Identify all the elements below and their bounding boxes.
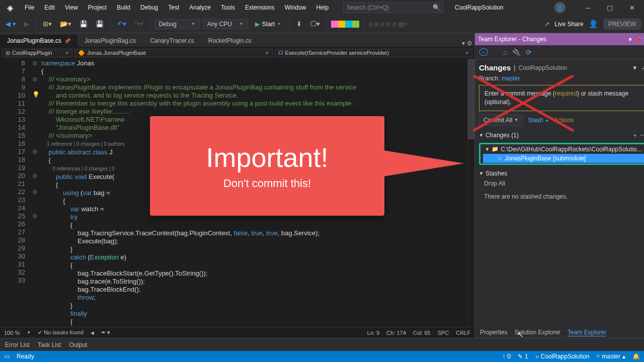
te-connect-icon[interactable]: 🔌 [512,48,521,56]
te-fwd-icon[interactable]: → [493,49,498,55]
status-branch[interactable]: ⑂ master ▴ [596,353,625,360]
lightbulb-icon[interactable]: 💡 [32,91,40,98]
tab-solution-icon[interactable]: ⚙ [467,40,472,47]
tab-dropdown-icon[interactable]: ▾ [462,40,465,47]
line-ending[interactable]: CRLF [456,330,470,336]
menu-analyze[interactable]: Analyze [185,2,215,13]
step-button[interactable]: ⬇ [294,19,304,29]
live-share-button[interactable]: Live Share [554,21,583,28]
line-number-gutter: 6789101112131415161718192021222324252627… [0,59,30,327]
user-avatar[interactable]: 👤 [554,2,566,13]
branch-line: Branch: master [479,75,644,82]
commit-message-input[interactable]: Enter a commit message (required) or sta… [479,85,644,111]
fold-column[interactable]: ⊟⊟⊟⊟⊟⊟ [30,59,39,327]
start-debug-button[interactable]: ▶Start▼ [251,19,285,29]
status-solution[interactable]: ⟐ CoolRappSolution [535,353,590,360]
line-indicator: Ln: 9 [367,330,379,336]
ext-icon-2[interactable] [338,21,345,28]
menu-debug[interactable]: Debug [136,2,163,13]
menu-window[interactable]: Window [280,2,311,13]
changes-dropdown-icon[interactable]: ▼ [632,64,638,71]
commit-all-button[interactable]: Commit All▼ [479,114,523,126]
ext-icon-3[interactable] [345,21,352,28]
menu-file[interactable]: File [20,2,39,13]
feedback-icon[interactable]: 👤 [589,20,598,29]
issues-indicator[interactable]: ✔ No issues found [38,329,84,336]
menu-view[interactable]: View [60,2,83,13]
tree-submodule-node[interactable]: 🗎 JonasPluginBase [submodule] [483,154,644,163]
undo-button[interactable]: ↶▾ [115,19,129,29]
tool-tab-error-list[interactable]: Error List [5,341,30,348]
tab-file-2[interactable]: JonasPluginBag.cs [77,35,143,47]
nav-back-button[interactable]: ◀ ▾ [3,19,19,29]
ext-icon-1[interactable] [331,21,338,28]
overview-ruler[interactable] [467,59,474,327]
stage-all-icon[interactable]: ＋ ⋯ [632,131,644,140]
te-back-icon[interactable]: ← [479,48,488,56]
nav-member-combo[interactable]: ☊Execute(IServiceProvider serviceProvide… [275,49,473,57]
zoom-level[interactable]: 100 % [4,330,20,336]
tree-root-node[interactable]: ▼ 📁 C:\Dev\GitHub\CoolRappRockets\CoolRa… [483,145,644,154]
drop-all-link[interactable]: Drop All [479,180,644,187]
tab-file-3[interactable]: CanaryTracer.cs [143,35,201,47]
solution-title: CoolRappSolution [455,4,504,11]
team-explorer-panel: Team Explorer - Changes ▼ 📌 ✕ ← → ⌂ 🔌 ⟳ … [474,33,644,338]
browser-button[interactable]: 🖵▾ [307,19,323,29]
panel-pin-icon[interactable]: 📌 [635,37,641,42]
nav-class-combo[interactable]: 🔶Jonas.JonasPluginBase▼ [74,49,273,57]
quick-search[interactable]: Search (Ctrl+Q) 🔍 [343,2,444,13]
redo-button[interactable]: ↷▾ [132,19,146,29]
te-refresh-icon[interactable]: ⟳ [526,48,532,56]
new-project-button[interactable]: ⊞▾ [40,19,54,29]
pin-icon: 📌 [64,38,70,44]
nav-project-combo[interactable]: ⊞CoolRappPlugin▼ [2,49,72,57]
save-all-button[interactable]: 💾 [93,19,106,29]
ext-icon-4[interactable] [352,21,359,28]
tab-file-4[interactable]: RocketPlugin.cs [201,35,259,47]
changes-solution-label: CoolRappSolution [518,64,567,71]
caret-down-icon: ▼ [479,171,484,176]
menu-tools[interactable]: Tools [216,2,239,13]
config-combo[interactable]: Debug▼ [154,19,200,29]
changes-popout-icon[interactable]: ↗ [641,64,644,71]
stashes-section-header[interactable]: ▼ Stashes [479,168,644,177]
char-nav-icon[interactable]: ✒ ▾ [101,329,110,336]
close-button[interactable]: ✕ [622,1,642,15]
changes-section-header[interactable]: ▼ Changes (1) ＋ ⋯ [479,129,644,140]
notification-bell-icon[interactable]: 🔔 [632,353,640,360]
insert-mode[interactable]: SPC [438,330,449,336]
menu-test[interactable]: Test [164,2,184,13]
panel-tab-team-explorer[interactable]: Team Explorer [568,329,606,336]
menu-extensions[interactable]: Extensions [240,2,279,13]
tab-file-1[interactable]: JonasPluginBase.cs📌 [0,35,77,47]
main-toolbar: ◀ ▾ ▶ ⊞▾ 📂▾ 💾 💾 ↶▾ ↷▾ Debug▼ Any CPU▼ ▶S… [0,15,644,33]
preview-badge[interactable]: PREVIEW [603,19,641,30]
minimize-button[interactable]: ─ [578,1,598,15]
platform-combo[interactable]: Any CPU▼ [203,19,248,29]
stash-button[interactable]: Stash ▼ [528,117,549,124]
panel-tab-properties[interactable]: Properties [480,329,508,336]
nav-fwd-button[interactable]: ▶ [22,19,32,29]
mouse-cursor-icon: ↖ [517,330,524,339]
changes-heading: Changes [479,63,511,72]
tool-tab-output[interactable]: Output [69,341,87,348]
pending-indicator[interactable]: ✎ 1 [518,353,528,360]
outdent-icon: ≣ [368,21,373,28]
actions-button[interactable]: Actions [554,117,574,124]
callout-subtitle: Don't commit this! [223,177,311,190]
maximize-button[interactable]: ▢ [600,1,620,15]
menu-build[interactable]: Build [112,2,135,13]
publish-indicator[interactable]: ↑ 0 [502,353,511,360]
panel-dropdown-icon[interactable]: ▼ [628,37,633,42]
branch-link[interactable]: master [502,75,520,82]
save-button[interactable]: 💾 [77,19,90,29]
menu-edit[interactable]: Edit [40,2,59,13]
play-icon: ▶ [255,21,260,28]
te-home-icon[interactable]: ⌂ [503,48,507,56]
open-button[interactable]: 📂▾ [57,19,74,29]
window-mgr-icon[interactable]: ▭ [4,353,10,360]
menu-project[interactable]: Project [84,2,111,13]
scrollbar-thumb[interactable] [468,59,474,139]
tool-tab-task-list[interactable]: Task List [38,341,61,348]
menu-help[interactable]: Help [311,2,333,13]
